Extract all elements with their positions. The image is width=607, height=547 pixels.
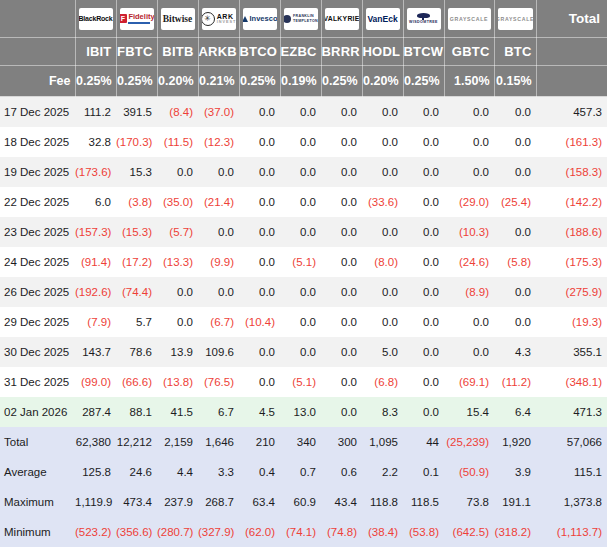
- cell-btcw: 118.5: [403, 487, 444, 517]
- cell-ezbc: 0.0: [280, 187, 321, 217]
- cell-hodl: 5.0: [362, 337, 403, 367]
- cell-hodl: (38.4): [362, 517, 403, 547]
- ticker-header-arkb: ARKB: [198, 38, 239, 66]
- cell-hodl: 8.3: [362, 397, 403, 427]
- cell-gbtc: (25,239): [444, 427, 494, 457]
- table-header: BlackRockFFidelityBitwise✳ARKINVESTInves…: [0, 0, 607, 97]
- cell-ezbc: 60.9: [280, 487, 321, 517]
- provider-logo-cell-bitb: Bitwise: [157, 0, 198, 38]
- cell-brrr: 0.0: [321, 397, 362, 427]
- cell-btco: 0.0: [239, 127, 280, 157]
- cell-gbtc: 0.0: [444, 97, 494, 128]
- franklin-logo: FRANKLINTEMPLETON: [284, 8, 318, 30]
- invesco-text: Invesco: [250, 14, 277, 23]
- cell-hodl: 118.8: [362, 487, 403, 517]
- table-row: 30 Dec 2025143.778.613.9109.60.00.00.05.…: [0, 337, 607, 367]
- grayscale-wordmark: GRAYSCALE: [498, 16, 533, 22]
- ark-logo: ✳ARKINVEST: [202, 8, 236, 30]
- ticker-header-fbtc: FBTC: [116, 38, 157, 66]
- cell-btcw: 0.0: [403, 277, 444, 307]
- grayscale-logo: GRAYSCALE: [498, 8, 533, 30]
- cell-btcw: 44: [403, 427, 444, 457]
- cell-btco: 0.0: [239, 97, 280, 128]
- ark-invest-text: INVEST: [217, 21, 236, 25]
- header-corner-cell: [0, 0, 75, 38]
- cell-btcw: (53.8): [403, 517, 444, 547]
- fee-cell-btcw: 0.25%: [403, 66, 444, 97]
- cell-fbtc: (74.4): [116, 277, 157, 307]
- cell-bitb: 0.0: [157, 157, 198, 187]
- cell-bitb: 0.0: [157, 277, 198, 307]
- cell-bitb: 237.9: [157, 487, 198, 517]
- cell-gbtc: 73.8: [444, 487, 494, 517]
- fee-cell-brrr: 0.25%: [321, 66, 362, 97]
- fidelity-f-icon: F: [120, 14, 128, 23]
- table-row: 02 Jan 2026287.488.141.56.74.513.00.08.3…: [0, 397, 607, 427]
- table-row: 26 Dec 2025(192.6)(74.4)0.00.00.00.00.00…: [0, 277, 607, 307]
- cell-btc: 0.0: [494, 127, 536, 157]
- row-label: 22 Dec 2025: [0, 187, 75, 217]
- table-row: 29 Dec 2025(7.9)5.70.0(6.7)(10.4)0.00.00…: [0, 307, 607, 337]
- ark-circle-icon: ✳: [202, 12, 215, 26]
- cell-fbtc: 12,212: [116, 427, 157, 457]
- total-cell: 57,066: [536, 427, 607, 457]
- cell-bitb: (8.4): [157, 97, 198, 128]
- vaneck-logo: VanEck: [366, 8, 400, 30]
- cell-ibit: 32.8: [75, 127, 116, 157]
- row-label: 24 Dec 2025: [0, 247, 75, 277]
- cell-bitb: 41.5: [157, 397, 198, 427]
- cell-ibit: 111.2: [75, 97, 116, 128]
- templeton-text: TEMPLETON: [293, 19, 317, 23]
- cell-arkb: (12.3): [198, 127, 239, 157]
- total-cell: (19.3): [536, 307, 607, 337]
- cell-arkb: (76.5): [198, 367, 239, 397]
- bitcoin-etf-flow-table: BlackRockFFidelityBitwise✳ARKINVESTInves…: [0, 0, 607, 547]
- fidelity-logo: FFidelity: [120, 8, 154, 30]
- cell-btcw: 0.0: [403, 127, 444, 157]
- cell-btco: 0.0: [239, 367, 280, 397]
- cell-ibit: 1,119.9: [75, 487, 116, 517]
- provider-logo-cell-gbtc: GRAYSCALE: [444, 0, 494, 38]
- cell-brrr: 0.6: [321, 457, 362, 487]
- cell-hodl: (33.6): [362, 187, 403, 217]
- cell-brrr: 0.0: [321, 217, 362, 247]
- provider-logo-cell-btcw: WISDOMTREE: [403, 0, 444, 38]
- table-row: 24 Dec 2025(91.4)(17.2)(13.3)(9.9)0.0(5.…: [0, 247, 607, 277]
- fee-cell-gbtc: 1.50%: [444, 66, 494, 97]
- total-cell: (348.1): [536, 367, 607, 397]
- fee-row-label: Fee: [0, 66, 75, 97]
- cell-brrr: 0.0: [321, 187, 362, 217]
- grayscale-wordmark: GRAYSCALE: [450, 16, 488, 22]
- cell-brrr: 0.0: [321, 247, 362, 277]
- cell-gbtc: (50.9): [444, 457, 494, 487]
- total-cell: 355.1: [536, 337, 607, 367]
- cell-btc: 1,920: [494, 427, 536, 457]
- ark-text: ARK: [217, 13, 234, 20]
- cell-gbtc: 0.0: [444, 337, 494, 367]
- cell-btcw: 0.0: [403, 367, 444, 397]
- row-label: 18 Dec 2025: [0, 127, 75, 157]
- fee-cell-btco: 0.25%: [239, 66, 280, 97]
- cell-btco: 63.4: [239, 487, 280, 517]
- cell-brrr: (74.8): [321, 517, 362, 547]
- table-row: Minimum(523.2)(356.6)(280.7)(327.9)(62.0…: [0, 517, 607, 547]
- provider-logo-cell-arkb: ✳ARKINVEST: [198, 0, 239, 38]
- row-label: Minimum: [0, 517, 75, 547]
- fidelity-wordmark: FFidelity: [120, 13, 154, 24]
- wisdomtree-text: WISDOMTREE: [409, 21, 438, 25]
- cell-arkb: 0.0: [198, 157, 239, 187]
- cell-btc: (318.2): [494, 517, 536, 547]
- table-row: Maximum1,119.9473.4237.9268.763.460.943.…: [0, 487, 607, 517]
- cell-ibit: (157.3): [75, 217, 116, 247]
- ark-invest-wordmark: ✳ARKINVEST: [202, 12, 236, 26]
- cell-bitb: (5.7): [157, 217, 198, 247]
- franklin-head-icon: [284, 15, 292, 23]
- total-cell: (1,113.7): [536, 517, 607, 547]
- cell-fbtc: (3.8): [116, 187, 157, 217]
- cell-btc: 0.0: [494, 277, 536, 307]
- cell-brrr: 0.0: [321, 157, 362, 187]
- row-label: 17 Dec 2025: [0, 97, 75, 128]
- cell-gbtc: (29.0): [444, 187, 494, 217]
- cell-arkb: (6.7): [198, 307, 239, 337]
- cell-hodl: 0.0: [362, 127, 403, 157]
